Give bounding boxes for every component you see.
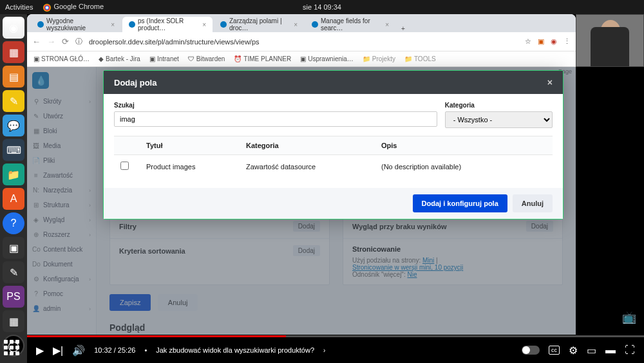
time-display: 10:32 / 25:26 (94, 346, 135, 354)
ubuntu-top-bar: Activities Google Chrome sie 14 09:34 (0, 0, 644, 14)
play-button[interactable]: ▶ (36, 344, 44, 357)
site-info-icon[interactable]: ⓘ (75, 37, 82, 46)
ext-icon-2[interactable]: ◉ (551, 37, 557, 46)
url-text[interactable]: drooplersolr.ddev.site/pl/admin/structur… (89, 38, 518, 46)
add-fields-modal: Dodaj pola × Szukaj Kategoria - Wszystko… (103, 70, 564, 219)
fullscreen-button[interactable]: ⛶ (625, 344, 635, 356)
col-category: Kategoria (246, 142, 381, 149)
search-label: Szukaj (114, 102, 437, 109)
modal-header: Dodaj pola × (104, 71, 563, 94)
reload-button[interactable]: ⟳ (62, 37, 69, 46)
modal-cancel-button[interactable]: Anuluj (513, 194, 553, 212)
favicon (312, 21, 318, 28)
captions-button[interactable]: cc (549, 346, 560, 355)
bookmark-5[interactable]: ▣ Usprawnienia… (300, 55, 354, 62)
dock-help[interactable]: ? (3, 212, 24, 234)
row-title: Product images (146, 163, 246, 171)
miniplayer-button[interactable]: ▭ (587, 344, 596, 357)
drupal-app: 💧 ⚲Skróty› ✎Utwórz ▦Bloki 🖼Media 📄Pliki … (27, 67, 576, 335)
close-icon[interactable]: × (385, 21, 389, 28)
close-icon[interactable]: × (111, 21, 115, 28)
dock-app-4[interactable]: 💬 (3, 115, 24, 136)
browser-tab-1[interactable]: ps (Index SOLR product…× (122, 17, 213, 32)
search-input[interactable] (114, 111, 437, 127)
address-bar: ← → ⟳ ⓘ drooplersolr.ddev.site/pl/admin/… (27, 32, 576, 51)
row-checkbox[interactable] (120, 162, 129, 170)
dock-app-2[interactable]: ▤ (3, 66, 24, 88)
chrome-window: Wygodne wyszukiwanie× ps (Index SOLR pro… (27, 14, 576, 335)
dock-chrome[interactable]: ◉ (3, 17, 24, 39)
dock-app-5[interactable]: ⌨ (3, 139, 24, 161)
chapter-sep: • (144, 346, 147, 354)
bookmark-2[interactable]: ▣ Intranet (149, 55, 179, 62)
table-header: Tytuł Kategoria Opis (114, 136, 553, 155)
dock-app-6[interactable]: 📁 (3, 163, 24, 185)
favicon (220, 21, 227, 28)
dock-software[interactable]: A (3, 188, 24, 210)
dock-app-8[interactable]: ✎ (3, 261, 24, 283)
bookmark-1[interactable]: ◆ Bartek - Jira (99, 55, 140, 62)
ubuntu-dock: ◉ ▦ ▤ ✎ 💬 ⌨ 📁 A ? ▣ ✎ PS ▦ ◯ (0, 14, 27, 363)
dock-app-1[interactable]: ▦ (3, 41, 24, 63)
bookmark-0[interactable]: ▣ STRONA GŁÓ… (33, 55, 90, 62)
dock-app-7[interactable]: ▣ (3, 237, 24, 259)
chapter-title[interactable]: Jak zbudować widok dla wyszukiwarki prod… (156, 346, 314, 354)
bookmark-4[interactable]: ⏰ TIME PLANNER (234, 55, 291, 62)
modal-footer: Dodaj i konfiguruj pola Anuluj (104, 188, 563, 219)
browser-tab-0[interactable]: Wygodne wyszukiwanie× (31, 17, 121, 32)
col-desc: Opis (381, 142, 546, 149)
bookmark-folder-6[interactable]: 📁 Projekty (363, 55, 395, 62)
star-icon[interactable]: ☆ (525, 37, 531, 46)
chevron-right-icon[interactable]: › (323, 347, 325, 354)
cast-icon[interactable]: 📺 (622, 310, 638, 326)
dock-phpstorm[interactable]: PS (3, 286, 24, 308)
favicon (129, 21, 135, 28)
current-app: Google Chrome (43, 3, 104, 11)
col-title: Tytuł (146, 142, 246, 149)
settings-button[interactable]: ⚙ (569, 344, 578, 357)
row-category: Zawartość datasource (246, 163, 381, 171)
volume-button[interactable]: 🔊 (72, 344, 85, 357)
autoplay-toggle[interactable] (522, 346, 540, 355)
add-configure-button[interactable]: Dodaj i konfiguruj pola (413, 194, 507, 212)
row-desc: (No description available) (381, 163, 546, 171)
dock-app-3[interactable]: ✎ (3, 90, 24, 112)
webcam-overlay (576, 14, 644, 67)
modal-title: Dodaj pola (114, 78, 156, 88)
next-button[interactable]: ▶| (53, 344, 63, 357)
new-tab-button[interactable]: + (397, 25, 410, 32)
close-icon[interactable]: × (294, 21, 298, 28)
ext-icon-1[interactable]: ▣ (538, 37, 544, 46)
forward-button[interactable]: → (47, 37, 55, 46)
close-icon[interactable]: × (547, 77, 553, 88)
presenter-body (591, 27, 629, 67)
bookmarks-bar: ▣ STRONA GŁÓ… ◆ Bartek - Jira ▣ Intranet… (27, 51, 576, 67)
youtube-controls: ▶ ▶| 🔊 10:32 / 25:26 • Jak zbudować wido… (27, 337, 644, 363)
theater-button[interactable]: ▬ (605, 344, 616, 356)
clock[interactable]: sie 14 09:34 (303, 3, 341, 11)
browser-tab-3[interactable]: Manage fields for searc…× (305, 17, 395, 32)
activities-label[interactable]: Activities (5, 3, 33, 11)
browser-tab-2[interactable]: Zarządzaj polami | droc…× (214, 17, 304, 32)
table-row[interactable]: Product images Zawartość datasource (No … (114, 155, 553, 178)
dock-app-9[interactable]: ▦ (3, 310, 24, 332)
back-button[interactable]: ← (32, 37, 41, 46)
category-select[interactable]: - Wszystko - (445, 111, 553, 128)
favicon (37, 21, 44, 28)
tab-strip: Wygodne wyszukiwanie× ps (Index SOLR pro… (27, 14, 576, 32)
menu-icon[interactable]: ⋮ (564, 37, 571, 46)
bookmark-folder-7[interactable]: 📁 TOOLS (404, 55, 436, 62)
bookmark-3[interactable]: 🛡 Bitwarden (188, 55, 225, 62)
close-icon[interactable]: × (202, 21, 206, 28)
chrome-icon (43, 4, 51, 12)
category-label: Kategoria (445, 102, 553, 109)
apps-grid-button[interactable] (4, 340, 23, 359)
